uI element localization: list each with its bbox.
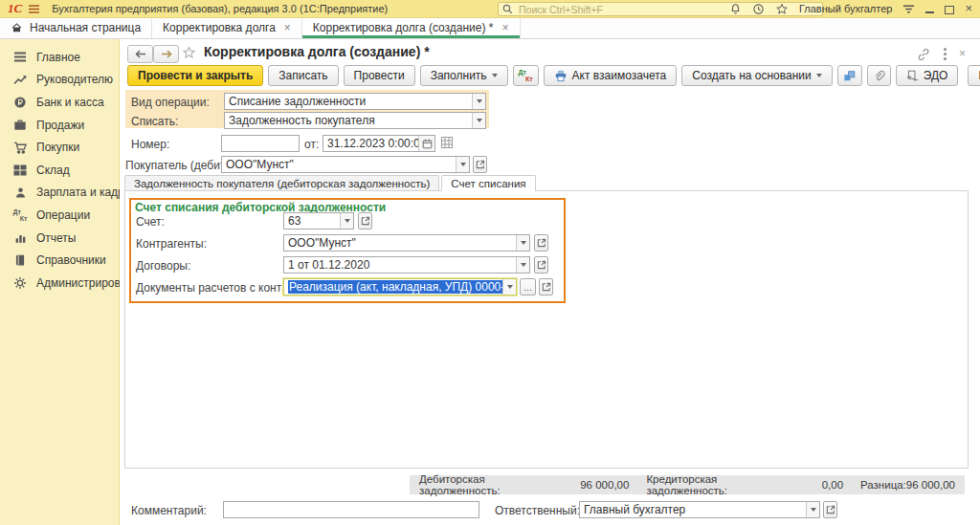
dropdown-button[interactable] — [472, 113, 485, 128]
window-titlebar: 1С Бухгалтерия предприятия (базовая), ре… — [0, 0, 980, 18]
fill-button[interactable]: Заполнить — [420, 65, 508, 86]
tab-label: Корректировка долга (создание) * — [313, 21, 494, 34]
restore-icon[interactable] — [945, 6, 954, 14]
chevron-down-icon — [477, 99, 482, 103]
input-history-grid-icon[interactable] — [441, 137, 453, 148]
sidebar-item-prodazhi[interactable]: Продажи — [0, 114, 119, 137]
responsible-select[interactable]: Главный бухгалтер — [579, 501, 820, 518]
tab-home-label: Начальная страница — [30, 21, 141, 34]
notifications-bell-icon[interactable] — [729, 3, 742, 15]
comment-label: Комментарий: — [131, 504, 207, 517]
number-input[interactable] — [221, 135, 300, 152]
chevron-down-icon — [521, 263, 526, 267]
tab-close-icon[interactable]: × — [501, 21, 508, 34]
open-contractor-button[interactable] — [534, 234, 548, 252]
tab-debt-table[interactable]: Задолженность покупателя (дебиторская за… — [124, 175, 439, 190]
write-button[interactable]: Записать — [268, 65, 338, 86]
main-menu-icon[interactable] — [28, 4, 40, 14]
writeoff-what-label: Списать: — [131, 115, 178, 128]
contracts-select[interactable]: 1 от 01.12.2020 — [283, 256, 530, 273]
book-icon — [12, 254, 28, 267]
more-menu-kebab-icon[interactable] — [944, 48, 947, 60]
account-select[interactable]: 63 — [283, 212, 354, 230]
sidebar-item-bank-i-kassa[interactable]: Банк и касса — [0, 91, 119, 114]
grid-icon — [12, 164, 28, 176]
dropdown-button[interactable] — [806, 502, 819, 517]
tab-home[interactable]: Начальная страница — [0, 17, 152, 38]
show-postings-dtkt-button[interactable]: ДтКт — [513, 65, 539, 86]
close-form-icon[interactable]: × — [959, 48, 966, 59]
forward-button[interactable] — [153, 45, 179, 63]
home-icon — [11, 22, 23, 33]
open-settlement-doc-button[interactable] — [539, 278, 553, 295]
selected-text: Реализация (акт, накладная, УПД) 0000-00… — [288, 280, 502, 294]
1c-logo: 1С — [8, 0, 22, 17]
date-input[interactable]: 31.12.2023 0:00:00 — [323, 135, 435, 152]
settlement-docs-ellipsis-button[interactable]: ... — [520, 278, 536, 295]
contractors-select[interactable]: ООО"Мунст" — [283, 234, 530, 252]
close-window-icon[interactable]: × — [965, 0, 972, 17]
sidebar-item-administrirovanie[interactable]: Администрирование — [0, 272, 119, 295]
calendar-picker-button[interactable] — [418, 136, 434, 151]
coin-icon — [12, 96, 28, 109]
receivable-label: Дебиторская задолженность: — [419, 473, 559, 496]
create-based-on-button[interactable]: Создать на основании — [681, 65, 833, 86]
chevron-down-icon — [816, 74, 822, 77]
writeoff-what-select[interactable]: Задолженность покупателя — [224, 112, 486, 129]
more-button[interactable]: Еще — [968, 65, 980, 86]
dropdown-button[interactable] — [456, 157, 469, 172]
sidebar-item-otchety[interactable]: Отчеты — [0, 227, 119, 250]
edo-exchange-icon — [906, 70, 919, 82]
favorite-star-icon[interactable] — [182, 46, 196, 59]
trend-chart-icon — [12, 74, 28, 85]
menu-lines-icon — [12, 52, 28, 62]
app-title: Бухгалтерия предприятия (базовая), редак… — [52, 3, 388, 14]
dropdown-button[interactable] — [516, 257, 529, 273]
sidebar-item-rukovoditelyu[interactable]: Руководителю — [0, 69, 119, 92]
sidebar-item-sklad[interactable]: Склад — [0, 159, 119, 182]
contractors-label: Контрагенты: — [136, 237, 207, 251]
edo-button[interactable]: ЭДО — [896, 65, 959, 86]
tab-korrektirovka-sozdanie[interactable]: Корректировка долга (создание) * × — [302, 17, 521, 38]
dropdown-button[interactable] — [502, 279, 516, 295]
dropdown-button[interactable] — [516, 235, 529, 251]
current-user-label[interactable]: Главный бухгалтер — [799, 3, 892, 14]
tab-close-icon[interactable]: × — [284, 21, 291, 34]
sidebar-item-glavnoe[interactable]: Главное — [0, 46, 119, 69]
dt-kt-icon: ДтКт — [519, 69, 533, 82]
minimize-icon[interactable] — [925, 11, 934, 13]
offset-act-print-button[interactable]: Акт взаимозачета — [544, 65, 678, 86]
open-account-button[interactable] — [358, 212, 372, 230]
link-icon[interactable] — [917, 48, 930, 61]
document-toolbar: Провести и закрыть Записать Провести Зап… — [127, 64, 972, 87]
printer-icon — [554, 70, 568, 82]
comment-input[interactable] — [223, 501, 479, 518]
sidebar-item-zarplata[interactable]: Зарплата и кадры — [0, 182, 119, 205]
buyer-select[interactable]: ООО"Мунст" — [221, 156, 470, 173]
paperclip-icon — [873, 70, 885, 82]
sidebar-item-pokupki[interactable]: Покупки — [0, 136, 119, 159]
operation-type-select[interactable]: Списание задолженности — [224, 93, 486, 110]
sidebar-item-spravochniki[interactable]: Справочники — [0, 249, 119, 272]
difference-value: 96 000,00 — [906, 479, 955, 491]
sidebar-item-operacii[interactable]: ДтКт Операции — [0, 204, 119, 227]
related-documents-button[interactable] — [837, 65, 862, 86]
tab-korrektirovka[interactable]: Корректировка долга × — [152, 17, 302, 38]
post-button[interactable]: Провести — [344, 65, 415, 86]
dropdown-button[interactable] — [472, 94, 485, 109]
open-responsible-button[interactable] — [823, 501, 837, 518]
dropdown-button[interactable] — [340, 213, 353, 229]
back-button[interactable] — [127, 45, 153, 63]
chevron-down-icon — [460, 163, 466, 166]
favorites-star-icon[interactable] — [775, 3, 789, 15]
post-and-close-button[interactable]: Провести и закрыть — [127, 65, 263, 86]
service-menu-icon[interactable] — [902, 4, 915, 14]
open-buyer-button[interactable] — [473, 156, 487, 173]
attachments-button[interactable] — [867, 65, 891, 86]
open-contract-button[interactable] — [534, 256, 548, 273]
settlement-docs-select[interactable]: Реализация (акт, накладная, УПД) 0000-00… — [283, 278, 517, 295]
account-label: Счет: — [136, 215, 165, 229]
tab-writeoff-account[interactable]: Счет списания — [441, 175, 535, 191]
document-title: Корректировка долга (создание) * — [204, 44, 430, 59]
history-icon[interactable] — [752, 3, 765, 15]
